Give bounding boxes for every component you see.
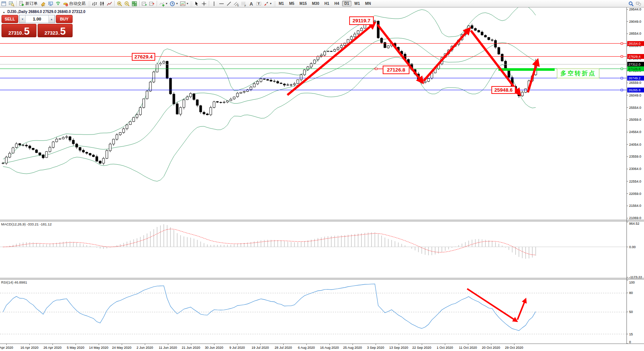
tf-button-M5[interactable]: M5 (287, 1, 297, 6)
chat-button[interactable] (635, 0, 642, 7)
auto-scroll-icon (141, 1, 147, 7)
eraser-button[interactable] (39, 0, 47, 7)
search-icon (628, 1, 634, 7)
toolbar-separator (16, 1, 17, 6)
equidistant-channel-button[interactable]: E (233, 0, 240, 7)
tf-button-W1[interactable]: W1 (352, 1, 362, 6)
ohlc-values: 26884.0 27529.0 26840.0 27312.0 (28, 10, 85, 14)
pivot-note[interactable]: 多空转折点 (557, 69, 599, 78)
text-label-button[interactable]: T (255, 0, 262, 7)
price-tick-label: 23559.0 (629, 155, 641, 158)
candlestick-chart-button[interactable] (98, 0, 106, 7)
templates-button[interactable]: ▼ (179, 0, 189, 7)
level-handle[interactable] (621, 42, 623, 44)
price-annotation[interactable]: 29119.7 (349, 16, 374, 25)
auto-trading-button[interactable]: 自动交易 (62, 0, 87, 7)
toolbar-grip[interactable] (274, 1, 275, 6)
line-chart-button[interactable] (106, 0, 113, 7)
date-label: 25 Aug 2020 (343, 346, 362, 350)
tf-button-M1[interactable]: M1 (277, 1, 286, 6)
crosshair-button[interactable] (200, 0, 208, 7)
chart-canvas[interactable]: 29544.029049.028554.028059.027549.027054… (0, 0, 644, 351)
bar-chart-icon (92, 1, 98, 7)
tf-button-H4[interactable]: H4 (332, 1, 341, 6)
search-button[interactable] (627, 0, 635, 7)
rsi-tick-label: 80 (629, 291, 633, 295)
buy-price-button[interactable]: 27323.5 (38, 24, 73, 37)
auto-trading-button-label: 自动交易 (69, 1, 86, 6)
date-label: 1 Oct 2020 (437, 346, 453, 350)
tf-button-D1[interactable]: D1 (342, 1, 351, 6)
date-label: Apr 2020 (0, 346, 13, 350)
expert-advisor-button[interactable] (47, 0, 54, 7)
collapse-arrow-icon[interactable]: ▲ (3, 11, 5, 13)
price-tick-label: 26049.0 (629, 94, 641, 97)
crosshair-icon (201, 1, 207, 7)
bar-chart-button[interactable] (91, 0, 98, 7)
date-label: 20 Oct 2020 (482, 346, 500, 350)
toolbar-separator (209, 1, 209, 6)
sell-button[interactable]: SELL (1, 15, 18, 23)
templates-icon (180, 1, 186, 7)
mt4-window: 新订单自动交易▼▼▼EFAT▼M1M5M15M30H1H4D1W1MN 2954… (0, 0, 644, 351)
tf-button-H1[interactable]: H1 (322, 1, 331, 6)
price-tick-label: 22554.0 (629, 180, 641, 183)
price-tick-label: 24054.0 (629, 143, 641, 146)
toolbar-separator (114, 1, 115, 6)
vertical-line-icon (211, 1, 217, 7)
horizontal-line-button[interactable] (218, 0, 225, 7)
auto-scroll-button[interactable] (141, 0, 148, 7)
chat-icon (635, 1, 641, 7)
zoom-in-button[interactable] (116, 0, 123, 7)
price-annotation[interactable]: 27629.4 (132, 53, 155, 61)
trendline-button[interactable] (225, 0, 233, 7)
new-window-button[interactable] (0, 0, 8, 7)
periods-button[interactable]: ▼ (169, 0, 179, 7)
tf-button-MN[interactable]: MN (363, 1, 373, 6)
level-handle[interactable] (621, 89, 623, 91)
zoom-in-icon (117, 1, 122, 7)
fibonacci-button[interactable]: F (240, 0, 248, 7)
macd-tick-label: -1173.22 (629, 275, 642, 279)
arrow-tools-button[interactable]: ▼ (262, 0, 273, 7)
chart-shift-icon (149, 1, 155, 7)
auto-trading-icon (63, 1, 68, 7)
chart-shift-button[interactable] (148, 0, 156, 7)
date-label: 24 May 2020 (112, 346, 131, 350)
tf-button-M15[interactable]: M15 (297, 1, 309, 6)
buy-button[interactable]: BUY (56, 15, 73, 23)
cursor-button[interactable] (193, 0, 200, 7)
periods-icon (169, 1, 175, 7)
zoom-out-button[interactable] (123, 0, 131, 7)
date-label: 3 Sep 2020 (367, 346, 384, 350)
level-handle[interactable] (621, 56, 623, 57)
one-click-trading-panel: SELL ▼ 1.00 ▲ BUY 27310.5 27323.5 (1, 15, 73, 37)
price-annotation[interactable]: 27126.8 (383, 66, 409, 74)
new-order-button[interactable]: 新订单 (18, 0, 39, 7)
date-label: 30 Jun 2020 (205, 346, 223, 350)
buy-price-pip: 5 (60, 28, 66, 35)
tile-windows-button[interactable] (131, 0, 138, 7)
toolbar-grip[interactable] (88, 1, 90, 6)
equidistant-channel-icon: E (233, 1, 239, 7)
new-order-button-label: 新订单 (25, 1, 38, 6)
sell-price-button[interactable]: 27310.5 (1, 24, 36, 37)
tf-button-M30[interactable]: M30 (310, 1, 321, 6)
macd-indicator-label: MACD(12,26,9) -333.21 -181.12 (1, 222, 52, 226)
vertical-line-button[interactable] (210, 0, 218, 7)
toolbar-grip[interactable] (190, 1, 192, 6)
chevron-down-icon: ▼ (270, 2, 272, 5)
indicators-button[interactable]: ▼ (158, 0, 169, 7)
volume-input[interactable]: 1.00 (26, 15, 48, 23)
level-handle[interactable] (621, 77, 623, 79)
svg-text:T: T (258, 2, 260, 6)
signals-button[interactable] (54, 0, 62, 7)
date-label: 11 Jun 2020 (159, 346, 177, 350)
text-button[interactable]: A (248, 0, 255, 7)
price-annotation[interactable]: 25948.6 (491, 86, 516, 94)
level-handle[interactable] (621, 68, 623, 70)
chart-preview-button[interactable] (8, 0, 15, 7)
volume-decrease-button[interactable]: ▼ (19, 15, 26, 23)
volume-increase-button[interactable]: ▲ (48, 15, 55, 23)
pivot-highlight-bar[interactable] (498, 68, 555, 71)
